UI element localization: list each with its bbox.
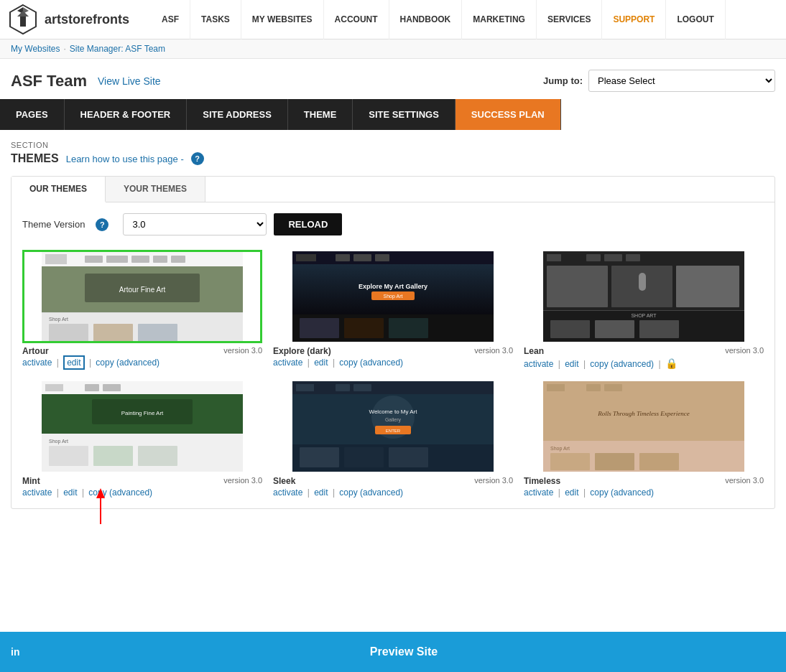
section-label: SECTION xyxy=(11,141,775,149)
svg-rect-66 xyxy=(292,381,494,394)
svg-rect-23 xyxy=(296,254,316,261)
nav-services[interactable]: SERVICES xyxy=(537,0,602,39)
theme-tab-our-themes[interactable]: OUR THEMES xyxy=(11,177,106,202)
svg-rect-63 xyxy=(93,446,133,466)
edit-sleek[interactable]: edit xyxy=(314,487,328,498)
breadcrumb-site-manager[interactable]: Site Manager: ASF Team xyxy=(70,44,165,54)
section-title: THEMES xyxy=(11,152,59,165)
edit-timeless[interactable]: edit xyxy=(565,487,578,498)
view-live-link[interactable]: View Live Site xyxy=(98,75,161,87)
nav-marketing[interactable]: MARKETING xyxy=(462,0,537,39)
svg-rect-33 xyxy=(300,318,339,338)
svg-rect-51 xyxy=(639,320,679,338)
learn-link[interactable]: Learn how to use this page - xyxy=(66,154,184,164)
svg-text:Gallery: Gallery xyxy=(385,417,402,423)
copy-sleek[interactable]: copy (advanced) xyxy=(339,487,403,498)
svg-rect-7 xyxy=(45,254,67,264)
theme-meta-artour: Artour version 3.0 xyxy=(22,343,262,358)
activate-explore[interactable]: activate xyxy=(273,358,302,368)
svg-rect-19 xyxy=(93,324,133,342)
svg-rect-54 xyxy=(45,384,63,391)
activate-sleek[interactable]: activate xyxy=(273,487,302,498)
theme-card-explore: Explore My Art Gallery Shop Art Explore … xyxy=(273,250,513,369)
tab-site-address[interactable]: SITE ADDRESS xyxy=(187,99,288,130)
learn-link-text: Learn how to use this page - xyxy=(66,154,184,164)
reload-button[interactable]: RELOAD xyxy=(274,213,342,235)
copy-explore[interactable]: copy (advanced) xyxy=(339,358,403,368)
theme-name-explore: Explore (dark) xyxy=(273,346,331,356)
theme-name-artour: Artour xyxy=(22,346,49,356)
svg-rect-78 xyxy=(344,447,384,467)
tab-header-footer[interactable]: HEADER & FOOTER xyxy=(65,99,188,130)
theme-card-timeless: Rolls Through Timeless Experience Shop A… xyxy=(524,380,764,498)
jump-to-area: Jump to: Please Select xyxy=(543,70,775,92)
theme-version-mint: version 3.0 xyxy=(223,476,262,485)
theme-tab-your-themes[interactable]: YOUR THEMES xyxy=(106,177,205,202)
lock-icon: 🔒 xyxy=(665,358,678,369)
edit-mint[interactable]: edit xyxy=(63,487,77,498)
nav-tasks[interactable]: TASKS xyxy=(190,0,241,39)
activate-mint[interactable]: activate xyxy=(22,487,52,498)
nav-my-websites[interactable]: MY WEBSITES xyxy=(241,0,324,39)
tab-theme[interactable]: THEME xyxy=(288,99,353,130)
theme-preview-mint[interactable]: Painting Fine Art Shop Art xyxy=(22,380,262,473)
svg-rect-43 xyxy=(547,266,608,307)
svg-rect-9 xyxy=(106,256,128,263)
theme-preview-lean[interactable]: SHOP ART xyxy=(524,250,764,343)
nav-handbook[interactable]: HANDBOOK xyxy=(389,0,463,39)
svg-text:Shop Art: Shop Art xyxy=(49,439,68,444)
copy-timeless[interactable]: copy (advanced) xyxy=(590,487,654,498)
nav-account[interactable]: ACCOUNT xyxy=(324,0,389,39)
svg-rect-25 xyxy=(353,254,371,261)
themes-wrapper: OUR THEMES YOUR THEMES Theme Version ? 3… xyxy=(11,176,775,509)
theme-card-lean: SHOP ART Lean version 3.0 activate | edi… xyxy=(524,250,764,369)
svg-rect-22 xyxy=(292,251,494,264)
svg-rect-45 xyxy=(676,266,739,307)
theme-actions-mint: activate | edit | copy (advanced) xyxy=(22,487,262,498)
version-help-icon[interactable]: ? xyxy=(96,218,108,231)
version-select[interactable]: 3.0 2.0 1.0 xyxy=(123,213,267,235)
edit-lean[interactable]: edit xyxy=(565,359,578,369)
nav-asf[interactable]: ASF xyxy=(151,0,190,39)
theme-version-lean: version 3.0 xyxy=(725,346,764,355)
theme-meta-timeless: Timeless version 3.0 xyxy=(524,473,764,487)
theme-meta-mint: Mint version 3.0 xyxy=(22,473,262,487)
theme-preview-sleek[interactable]: Welcome to My Art Gallery ENTER xyxy=(273,380,513,473)
svg-rect-91 xyxy=(639,453,679,470)
theme-preview-artour[interactable]: Artour Fine Art Shop Art xyxy=(22,250,262,343)
theme-actions-timeless: activate | edit | copy (advanced) xyxy=(524,487,764,498)
theme-tabs: OUR THEMES YOUR THEMES xyxy=(11,177,775,202)
svg-rect-85 xyxy=(543,394,744,441)
svg-rect-10 xyxy=(131,256,149,263)
theme-preview-explore[interactable]: Explore My Art Gallery Shop Art xyxy=(273,250,513,343)
svg-rect-81 xyxy=(543,381,744,394)
tab-pages[interactable]: PAGES xyxy=(0,99,65,130)
nav-logout[interactable]: LOGOUT xyxy=(666,0,725,39)
theme-actions-explore: activate | edit | copy (advanced) xyxy=(273,358,513,368)
activate-lean[interactable]: activate xyxy=(524,359,553,369)
logo-area: artstorefronts xyxy=(7,4,129,35)
tab-success-plan[interactable]: SUCCESS PLAN xyxy=(456,99,561,130)
breadcrumb-my-websites[interactable]: My Websites xyxy=(11,44,60,54)
svg-text:Painting Fine Art: Painting Fine Art xyxy=(121,410,164,416)
edit-explore[interactable]: edit xyxy=(314,358,328,368)
svg-rect-35 xyxy=(389,318,428,338)
svg-text:ENTER: ENTER xyxy=(386,429,401,433)
copy-artour[interactable]: copy (advanced) xyxy=(96,358,159,368)
activate-artour[interactable]: activate xyxy=(22,358,52,368)
edit-artour[interactable]: edit xyxy=(63,355,84,370)
svg-rect-34 xyxy=(344,318,384,338)
nav-support[interactable]: SUPPORT xyxy=(602,0,666,39)
svg-text:Shop Art: Shop Art xyxy=(384,294,403,299)
svg-rect-67 xyxy=(296,384,314,391)
copy-mint[interactable]: copy (advanced) xyxy=(88,487,152,498)
jump-select[interactable]: Please Select xyxy=(588,70,775,92)
activate-timeless[interactable]: activate xyxy=(524,487,553,498)
help-icon[interactable]: ? xyxy=(191,152,204,165)
theme-preview-timeless[interactable]: Rolls Through Timeless Experience Shop A… xyxy=(524,380,764,473)
theme-version-artour: version 3.0 xyxy=(223,346,262,355)
theme-card-artour: Artour Fine Art Shop Art Artour version … xyxy=(22,250,262,369)
tab-site-settings[interactable]: SITE SETTINGS xyxy=(353,99,456,130)
section-container: SECTION THEMES Learn how to use this pag… xyxy=(0,130,786,169)
copy-lean[interactable]: copy (advanced) xyxy=(590,359,654,369)
